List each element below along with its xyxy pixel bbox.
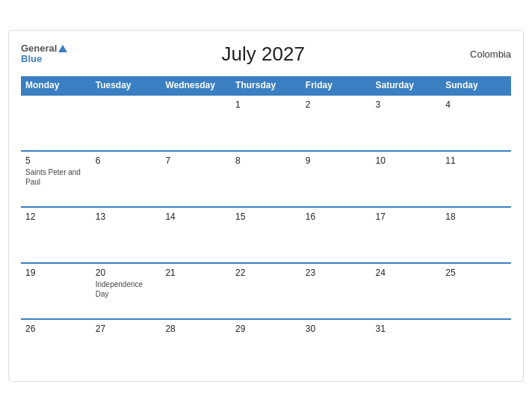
calendar-header-row: Monday Tuesday Wednesday Thursday Friday… [21,76,511,95]
calendar-day-cell: 23 [301,263,371,319]
day-number: 5 [25,155,87,166]
day-number: 20 [96,268,157,278]
calendar-week-row: 12131415161718 [21,207,511,263]
calendar-week-row: 5Saints Peter and Paul67891011 [21,151,511,207]
calendar-day-cell: 22 [231,263,301,319]
day-number: 23 [306,268,367,278]
day-number: 21 [165,268,226,278]
day-number: 27 [96,324,157,334]
calendar-day-cell: 10 [371,151,442,207]
logo-triangle-icon [58,45,67,52]
calendar-day-cell: 7 [161,151,231,207]
calendar-day-cell: 21 [161,263,231,319]
day-number: 4 [445,99,507,110]
day-number: 6 [96,155,157,166]
calendar-container: General Blue July 2027 Colombia Monday T… [8,30,524,382]
weekday-friday: Friday [301,76,371,95]
day-number: 26 [25,324,87,334]
day-number: 19 [25,268,87,278]
calendar-day-cell [441,319,511,375]
calendar-day-cell: 11 [441,151,511,207]
day-number: 12 [25,211,87,222]
day-number: 22 [235,268,297,278]
day-number: 9 [306,155,367,166]
calendar-day-cell: 3 [371,95,442,151]
day-number: 31 [376,324,437,334]
day-number: 14 [165,211,226,222]
calendar-day-cell: 24 [371,263,442,319]
calendar-day-cell: 14 [161,207,231,263]
day-number: 8 [235,155,297,166]
calendar-day-cell [21,95,91,151]
calendar-week-row: 1920Independence Day2122232425 [21,263,511,319]
weekday-wednesday: Wednesday [161,76,231,95]
day-number: 7 [165,155,226,166]
calendar-day-cell: 17 [371,207,442,263]
day-number: 2 [306,99,367,110]
day-number: 15 [235,211,297,222]
day-number: 25 [445,268,507,278]
calendar-day-cell: 5Saints Peter and Paul [21,151,91,207]
weekday-monday: Monday [21,76,91,95]
calendar-day-cell: 2 [301,95,371,151]
calendar-day-cell: 31 [371,319,442,375]
day-number: 18 [445,211,507,222]
country-label: Colombia [459,49,511,60]
calendar-table: Monday Tuesday Wednesday Thursday Friday… [21,76,511,375]
calendar-title: July 2027 [67,43,459,66]
event-label: Independence Day [96,279,157,299]
calendar-day-cell [161,95,231,151]
calendar-day-cell: 13 [91,207,161,263]
calendar-week-row: 262728293031 [21,319,511,375]
calendar-day-cell: 16 [301,207,371,263]
calendar-day-cell: 19 [21,263,91,319]
logo-general-text: General [21,43,57,54]
calendar-body: 12345Saints Peter and Paul67891011121314… [21,95,511,375]
weekday-thursday: Thursday [231,76,301,95]
calendar-day-cell: 8 [231,151,301,207]
logo: General Blue [21,43,67,65]
day-number: 16 [306,211,367,222]
calendar-week-row: 1234 [21,95,511,151]
event-label: Saints Peter and Paul [25,167,87,187]
calendar-day-cell: 18 [441,207,511,263]
calendar-day-cell: 25 [441,263,511,319]
calendar-day-cell: 6 [91,151,161,207]
day-number: 1 [235,99,297,110]
day-number: 24 [376,268,437,278]
day-number: 11 [445,155,507,166]
logo-blue-text: Blue [21,54,67,64]
weekday-sunday: Sunday [441,76,511,95]
calendar-day-cell: 29 [231,319,301,375]
calendar-day-cell: 9 [301,151,371,207]
calendar-day-cell: 30 [301,319,371,375]
calendar-day-cell: 1 [231,95,301,151]
day-number: 10 [376,155,437,166]
day-number: 30 [306,324,367,334]
day-number: 29 [235,324,297,334]
calendar-day-cell: 20Independence Day [91,263,161,319]
weekday-saturday: Saturday [371,76,442,95]
calendar-day-cell: 26 [21,319,91,375]
day-number: 3 [376,99,437,110]
calendar-header: General Blue July 2027 Colombia [21,43,511,66]
calendar-day-cell [91,95,161,151]
calendar-day-cell: 12 [21,207,91,263]
calendar-day-cell: 4 [441,95,511,151]
day-number: 13 [96,211,157,222]
weekday-tuesday: Tuesday [91,76,161,95]
calendar-day-cell: 27 [91,319,161,375]
calendar-day-cell: 28 [161,319,231,375]
calendar-day-cell: 15 [231,207,301,263]
day-number: 17 [376,211,437,222]
day-number: 28 [165,324,226,334]
